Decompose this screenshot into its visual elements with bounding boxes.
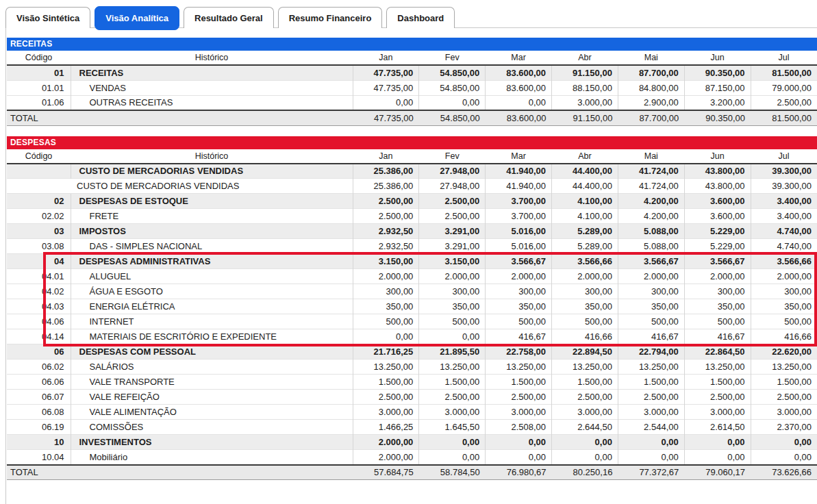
cell-value: 44.400,00 bbox=[552, 164, 618, 179]
cell-value: 4.740,00 bbox=[751, 239, 817, 254]
row-code: 04 bbox=[7, 254, 71, 269]
cell-value: 500,00 bbox=[419, 314, 486, 329]
table-row: 04.03ENERGIA ELÉTRICA350,00350,00350,003… bbox=[7, 299, 817, 314]
row-label: RECEITAS bbox=[71, 65, 353, 80]
column-header-month: Abr bbox=[552, 51, 618, 65]
cell-value: 500,00 bbox=[618, 314, 684, 329]
cell-value: 1.500,00 bbox=[486, 375, 552, 390]
row-label: Mobiliário bbox=[71, 450, 353, 465]
cell-value: 13.250,00 bbox=[353, 360, 419, 375]
total-value: 77.372,67 bbox=[618, 465, 684, 480]
row-label: FRETE bbox=[71, 209, 353, 224]
total-value: 83.600,00 bbox=[486, 110, 552, 125]
column-header-month: Fev bbox=[419, 51, 486, 65]
cell-value: 91.150,00 bbox=[552, 65, 618, 80]
cell-value: 22.894,50 bbox=[552, 344, 618, 360]
tab-visao-sintetica[interactable]: Visão Sintética bbox=[5, 7, 90, 28]
column-header-month: Jan bbox=[353, 51, 419, 65]
table-row: CUSTO DE MERCADORIAS VENDIDAS25.386,0027… bbox=[7, 179, 817, 194]
cell-value: 500,00 bbox=[684, 314, 751, 329]
cell-value: 0,00 bbox=[618, 450, 684, 465]
cell-value: 0,00 bbox=[419, 329, 486, 344]
cell-value: 2.000,00 bbox=[552, 269, 618, 284]
cell-value: 350,00 bbox=[618, 299, 684, 314]
row-code: 06.08 bbox=[7, 405, 71, 420]
cell-value: 2.000,00 bbox=[353, 269, 419, 284]
table-row: 06DESPESAS COM PESSOAL21.716,2521.895,50… bbox=[7, 344, 817, 360]
column-header-month: Mai bbox=[618, 51, 684, 65]
cell-value: 2.500,00 bbox=[751, 95, 817, 110]
cell-value: 2.614,50 bbox=[684, 420, 751, 435]
cell-value: 416,66 bbox=[552, 329, 618, 344]
cell-value: 27.948,00 bbox=[419, 164, 486, 179]
row-label: SALÁRIOS bbox=[71, 360, 353, 375]
column-header-month: Mar bbox=[486, 149, 552, 164]
cell-value: 0,00 bbox=[486, 95, 552, 110]
despesas-table: Código Histórico JanFevMarAbrMaiJunJul C… bbox=[7, 149, 817, 481]
cell-value: 3.200,00 bbox=[684, 95, 751, 110]
cell-value: 0,00 bbox=[552, 450, 618, 465]
total-value: 76.980,67 bbox=[486, 465, 552, 480]
cell-value: 84.800,00 bbox=[618, 80, 684, 95]
table-row: 10INVESTIMENTOS2.000,000,000,000,000,000… bbox=[7, 435, 817, 450]
cell-value: 500,00 bbox=[486, 314, 552, 329]
cell-value: 2.932,50 bbox=[353, 224, 419, 239]
table-row: 03.08DAS - SIMPLES NACIONAL2.932,503.291… bbox=[7, 239, 817, 254]
row-code: 10.04 bbox=[7, 450, 71, 465]
row-label: INVESTIMENTOS bbox=[71, 435, 353, 450]
table-row: 04.01ALUGUEL2.000,002.000,002.000,002.00… bbox=[7, 269, 817, 284]
cell-value: 300,00 bbox=[618, 284, 684, 299]
row-code: 02 bbox=[7, 194, 71, 209]
cell-value: 350,00 bbox=[353, 299, 419, 314]
cell-value: 1.645,50 bbox=[419, 420, 486, 435]
cell-value: 1.500,00 bbox=[751, 375, 817, 390]
column-header-month: Mar bbox=[486, 51, 552, 65]
cell-value: 350,00 bbox=[751, 299, 817, 314]
column-header-month: Jul bbox=[751, 149, 817, 164]
cell-value: 0,00 bbox=[353, 329, 419, 344]
total-value: 58.784,50 bbox=[419, 465, 486, 480]
row-label: CUSTO DE MERCADORIAS VENDIDAS bbox=[7, 179, 353, 194]
row-label: VALE REFEIÇÃO bbox=[71, 390, 353, 405]
total-value: 57.684,75 bbox=[353, 465, 419, 480]
table-row: 01.01VENDAS47.735,0054.850,0083.600,0088… bbox=[7, 80, 817, 95]
table-row: 04.06INTERNET500,00500,00500,00500,00500… bbox=[7, 314, 817, 329]
cell-value: 2.000,00 bbox=[353, 450, 419, 465]
tab-resultado-geral[interactable]: Resultado Geral bbox=[184, 7, 274, 28]
cell-value: 2.500,00 bbox=[353, 390, 419, 405]
cell-value: 3.000,00 bbox=[618, 405, 684, 420]
receitas-section-header: RECEITAS bbox=[7, 38, 817, 51]
total-value: 79.060,17 bbox=[684, 465, 751, 480]
cell-value: 39.300,00 bbox=[751, 179, 817, 194]
cell-value: 300,00 bbox=[419, 284, 486, 299]
cell-value: 21.895,50 bbox=[419, 344, 486, 360]
cell-value: 43.800,00 bbox=[684, 164, 751, 179]
total-row: TOTAL47.735,0054.850,0083.600,0091.150,0… bbox=[7, 110, 817, 125]
cell-value: 500,00 bbox=[552, 314, 618, 329]
cell-value: 27.948,00 bbox=[419, 179, 486, 194]
tab-dashboard[interactable]: Dashboard bbox=[386, 7, 455, 28]
cell-value: 2.000,00 bbox=[618, 269, 684, 284]
cell-value: 2.370,00 bbox=[751, 420, 817, 435]
cell-value: 13.250,00 bbox=[751, 360, 817, 375]
total-value: 54.850,00 bbox=[419, 110, 486, 125]
row-label: INTERNET bbox=[71, 314, 353, 329]
tab-visao-analitica[interactable]: Visão Analítica bbox=[95, 6, 179, 30]
row-label: ÁGUA E ESGOTO bbox=[71, 284, 353, 299]
cell-value: 2.900,00 bbox=[618, 95, 684, 110]
cell-value: 79.000,00 bbox=[751, 80, 817, 95]
cell-value: 41.940,00 bbox=[486, 164, 552, 179]
cell-value: 4.100,00 bbox=[552, 209, 618, 224]
cell-value: 5.229,00 bbox=[684, 239, 751, 254]
row-code: 03.08 bbox=[7, 239, 71, 254]
tab-resumo-financeiro[interactable]: Resumo Financeiro bbox=[278, 7, 383, 28]
total-value: 81.500,00 bbox=[751, 110, 817, 125]
cell-value: 0,00 bbox=[419, 435, 486, 450]
cell-value: 416,67 bbox=[618, 329, 684, 344]
table-row: 04.02ÁGUA E ESGOTO300,00300,00300,00300,… bbox=[7, 284, 817, 299]
row-code bbox=[7, 164, 71, 179]
cell-value: 5.016,00 bbox=[486, 239, 552, 254]
cell-value: 0,00 bbox=[419, 95, 486, 110]
cell-value: 39.300,00 bbox=[751, 164, 817, 179]
row-label: VALE ALIMENTAÇÃO bbox=[71, 405, 353, 420]
